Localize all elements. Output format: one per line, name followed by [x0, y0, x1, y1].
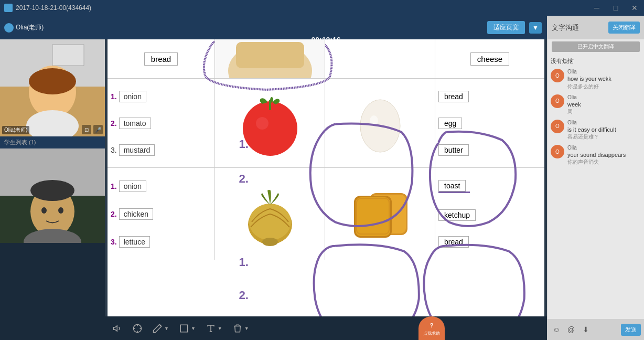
title-bar: 2017-10-18-21-00(434644) ─ □ ✕ — [0, 0, 644, 16]
minimize-button[interactable]: ─ — [587, 0, 606, 16]
chat-avatar-4: O — [551, 145, 564, 158]
at-icon[interactable]: @ — [565, 324, 577, 335]
svg-point-4 — [29, 68, 76, 94]
pen-dropdown: ▼ — [164, 326, 169, 331]
row2-rword3: bread — [438, 237, 541, 247]
chat-sender-4: Olia — [567, 145, 641, 151]
fit-dropdown-button[interactable]: ▼ — [529, 22, 542, 34]
teacher-face — [0, 39, 105, 136]
word-butter-r1: butter — [438, 144, 469, 156]
svg-point-9 — [30, 180, 74, 201]
svg-rect-21 — [236, 42, 304, 68]
row1-word1: 1. onion — [111, 91, 211, 102]
chat-bubble-4: Olia your sound disappears 你的声音消失 — [567, 145, 641, 166]
chat-bubble-0: 没有烦恼 — [551, 57, 641, 65]
chat-messages: 没有烦恼 O Olia how is your wekk 你是多么的好 O Ol… — [548, 54, 644, 319]
chat-bubble-2: Olia week 周 — [567, 94, 641, 115]
mic-icon[interactable]: 🎤 — [93, 125, 103, 134]
svg-point-30 — [262, 238, 278, 246]
svg-rect-2 — [52, 45, 84, 66]
close-translate-button[interactable]: 关闭翻译 — [608, 22, 640, 34]
chat-message-2: O Olia week 周 — [551, 94, 641, 115]
svg-point-23 — [256, 117, 269, 130]
send-button[interactable]: 发送 — [621, 324, 641, 336]
volume-icon — [113, 324, 122, 333]
row1-right-words: bread egg butter — [435, 79, 544, 167]
chat-text-3: is it easy or difficult — [567, 126, 641, 133]
panel-title: 文字沟通 — [552, 23, 579, 33]
clear-dropdown: ▼ — [244, 326, 249, 331]
onion-cell — [215, 168, 325, 260]
svg-rect-34 — [356, 197, 390, 236]
compass-tool[interactable] — [133, 324, 142, 333]
row2-words: 1. onion 2. chicken 3. lettuce — [108, 168, 215, 260]
word-ketchup: ketchup — [438, 209, 476, 221]
top-word-bread: bread — [144, 52, 178, 66]
rect-tool[interactable]: ▼ — [179, 324, 196, 333]
content-area: 00:12:16 适应页宽 ▼ — [105, 16, 547, 340]
svg-point-10 — [41, 207, 47, 214]
row2-rword1: toast — [438, 181, 541, 193]
translate-toggle[interactable]: 已开启中文翻译 — [552, 41, 640, 52]
chat-text-2: week — [567, 101, 641, 108]
row1-rword3: butter — [438, 145, 541, 155]
download-icon[interactable]: ⬇ — [580, 324, 592, 335]
row1-words: 1. onion 2. tomato 3. mustard — [108, 79, 215, 167]
text-tool[interactable]: ▼ — [206, 324, 222, 333]
toast-cell — [325, 168, 435, 260]
chat-message-1: O Olia how is your wekk 你是多么的好 — [551, 69, 641, 90]
chat-cn-3: 容易还是难？ — [567, 133, 641, 141]
row1-word2: 2. tomato — [111, 118, 211, 129]
right-panel: 文字沟通 关闭翻译 已开启中文翻译 没有烦恼 O Olia how is you… — [547, 16, 644, 340]
chat-text-0: 没有烦恼 — [551, 57, 641, 65]
chat-bubble-1: Olia how is your wekk 你是多么的好 — [567, 69, 641, 90]
chat-message-3: O Olia is it easy or difficult 容易还是难？ — [551, 120, 641, 141]
help-button[interactable]: ? 点我求助 — [418, 316, 445, 340]
word-chicken: chicken — [119, 208, 153, 220]
user-info: Olia(老师) — [4, 23, 44, 33]
chat-text-1: how is your wekk — [567, 75, 641, 82]
volume-tool[interactable] — [113, 324, 122, 333]
help-icon: ? — [426, 320, 437, 331]
chat-cn-2: 周 — [567, 108, 641, 115]
svg-text:?: ? — [430, 322, 433, 328]
clear-tool[interactable]: ▼ — [233, 324, 249, 333]
row1-rword1: bread — [438, 92, 541, 101]
text-dropdown: ▼ — [218, 326, 222, 331]
text-icon — [206, 324, 216, 333]
word-tomato: tomato — [119, 118, 151, 129]
row2-word3: 3. lettuce — [111, 236, 211, 248]
row1: 1. onion 2. tomato 3. mustard — [108, 79, 544, 168]
chat-avatar-1: O — [551, 69, 564, 82]
close-button[interactable]: ✕ — [625, 0, 644, 16]
row2: 1. onion 2. chicken 3. lettuce — [108, 168, 544, 260]
teacher-label: Olia(老师) — [2, 126, 29, 134]
row1-word3: 3. mustard — [111, 144, 211, 156]
row2-word1: 1. onion — [111, 180, 211, 192]
word-egg-r1: egg — [438, 118, 462, 129]
word-lettuce: lettuce — [119, 236, 150, 248]
webcam-controls[interactable]: ⊡ 🎤 — [82, 125, 103, 134]
chat-text-4: your sound disappears — [567, 151, 641, 158]
row1-rword2: egg — [438, 119, 541, 128]
user-avatar — [4, 23, 14, 33]
pen-tool[interactable]: ▼ — [153, 324, 169, 333]
main-layout: Olia(老师) — [0, 16, 644, 340]
fit-width-button[interactable]: 适应页宽 — [487, 21, 525, 34]
emoji-icon[interactable]: ☺ — [551, 324, 562, 335]
chat-sender-1: Olia — [567, 69, 641, 75]
word-bread-r1: bread — [438, 91, 469, 102]
word-bread-r2: bread — [438, 236, 469, 248]
svg-rect-43 — [180, 325, 188, 332]
chat-avatar-2: O — [551, 94, 564, 108]
window-controls: ─ □ ✕ — [587, 0, 644, 16]
tomato-cell — [215, 79, 325, 167]
app-icon — [4, 4, 13, 12]
svg-text:2.: 2. — [239, 289, 249, 302]
camera-icon[interactable]: ⊡ — [82, 125, 91, 134]
window-title: 2017-10-18-21-00(434644) — [16, 4, 91, 12]
chat-sender-2: Olia — [567, 94, 641, 100]
chat-bottom-bar: ☺ @ ⬇ 发送 — [548, 319, 644, 340]
bottom-toolbar: ▼ ▼ ▼ — [105, 316, 547, 340]
maximize-button[interactable]: □ — [606, 0, 625, 16]
